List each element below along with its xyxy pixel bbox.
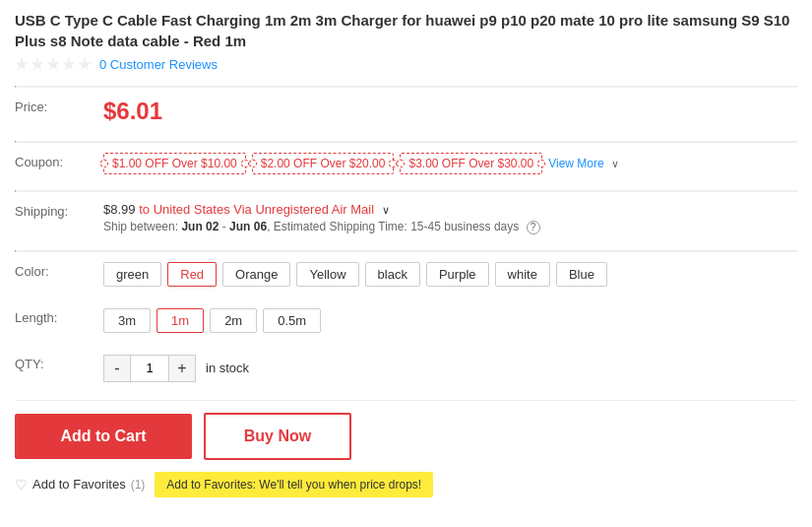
shipping-dates: Ship between: Jun 02 - Jun 06, Estimated…	[103, 220, 540, 234]
qty-input[interactable]	[130, 356, 169, 381]
price-drop-tooltip: Add to Favorites: We'll tell you when pr…	[155, 472, 433, 497]
star-3	[46, 58, 60, 72]
color-option-black[interactable]: black	[365, 262, 420, 287]
coupon-tag-3[interactable]: $3.00 OFF Over $30.00	[400, 153, 542, 174]
favorites-row: ♡ Add to Favorites (1) Add to Favorites:…	[15, 472, 797, 497]
separator-2	[15, 141, 797, 143]
rating-row: 0 Customer Reviews	[15, 57, 797, 72]
add-to-favorites-link[interactable]: ♡ Add to Favorites (1)	[15, 477, 145, 493]
length-option-2m[interactable]: 2m	[210, 308, 257, 333]
length-option-3m[interactable]: 3m	[103, 308, 151, 333]
qty-plus-button[interactable]: +	[169, 356, 195, 381]
favorites-count: (1)	[131, 478, 146, 492]
star-2	[31, 58, 44, 72]
color-row: Color: greenRedOrangeYellowblackPurplewh…	[15, 256, 797, 293]
coupon-tag-2[interactable]: $2.00 OFF Over $20.00	[252, 153, 395, 174]
shipping-info: $8.99 to United States Via Unregistered …	[103, 202, 540, 234]
length-label: Length:	[15, 308, 103, 325]
chevron-down-icon: ∨	[611, 158, 619, 169]
price-value: $6.01	[103, 98, 162, 125]
customer-reviews-link[interactable]: 0 Customer Reviews	[99, 57, 218, 72]
length-row: Length: 3m1m2m0.5m	[15, 302, 797, 339]
color-option-green[interactable]: green	[103, 262, 161, 287]
action-buttons-row: Add to Cart Buy Now	[15, 413, 797, 460]
add-to-favorites-label: Add to Favorites	[32, 477, 126, 492]
separator-5	[15, 400, 797, 401]
color-option-orange[interactable]: Orange	[222, 262, 290, 287]
color-option-white[interactable]: white	[495, 262, 550, 287]
color-option-red[interactable]: Red	[167, 262, 217, 287]
color-option-blue[interactable]: Blue	[556, 262, 607, 287]
star-rating	[15, 58, 92, 72]
coupon-tag-1[interactable]: $1.00 OFF Over $10.00	[103, 153, 246, 174]
color-options: greenRedOrangeYellowblackPurplewhiteBlue	[103, 262, 607, 287]
color-label: Color:	[15, 262, 103, 279]
separator-4	[15, 250, 797, 252]
qty-label: QTY:	[15, 355, 103, 371]
star-5	[78, 58, 92, 72]
star-1	[15, 58, 29, 72]
buy-now-button[interactable]: Buy Now	[204, 413, 351, 460]
add-to-cart-button[interactable]: Add to Cart	[15, 414, 192, 459]
color-option-purple[interactable]: Purple	[426, 262, 489, 287]
color-option-yellow[interactable]: Yellow	[296, 262, 358, 287]
heart-icon: ♡	[15, 477, 28, 493]
star-4	[62, 58, 76, 72]
length-option-1m[interactable]: 1m	[156, 308, 204, 333]
stock-status: in stock	[206, 361, 249, 375]
shipping-row: Shipping: $8.99 to United States Via Unr…	[15, 196, 797, 240]
question-icon[interactable]: ?	[527, 221, 540, 234]
price-label: Price:	[15, 98, 103, 114]
shipping-label: Shipping:	[15, 202, 103, 219]
qty-minus-button[interactable]: -	[104, 356, 130, 381]
separator-1	[15, 86, 797, 88]
view-more-coupons[interactable]: View More ∨	[548, 157, 619, 170]
shipping-cost: $8.99 to United States Via Unregistered …	[103, 202, 540, 217]
product-title: USB C Type C Cable Fast Charging 1m 2m 3…	[15, 10, 797, 51]
coupon-options: $1.00 OFF Over $10.00 $2.00 OFF Over $20…	[103, 153, 619, 174]
shipping-dropdown-icon[interactable]: ∨	[382, 204, 390, 216]
qty-row: QTY: - + in stock	[15, 349, 797, 388]
qty-stepper: - +	[103, 355, 196, 382]
coupon-row: Coupon: $1.00 OFF Over $10.00 $2.00 OFF …	[15, 147, 797, 180]
coupon-label: Coupon:	[15, 153, 103, 169]
length-options: 3m1m2m0.5m	[103, 308, 321, 333]
price-row: Price: $6.01	[15, 92, 797, 131]
qty-controls-container: - + in stock	[103, 355, 249, 382]
length-option-05m[interactable]: 0.5m	[263, 308, 321, 333]
separator-3	[15, 190, 797, 192]
